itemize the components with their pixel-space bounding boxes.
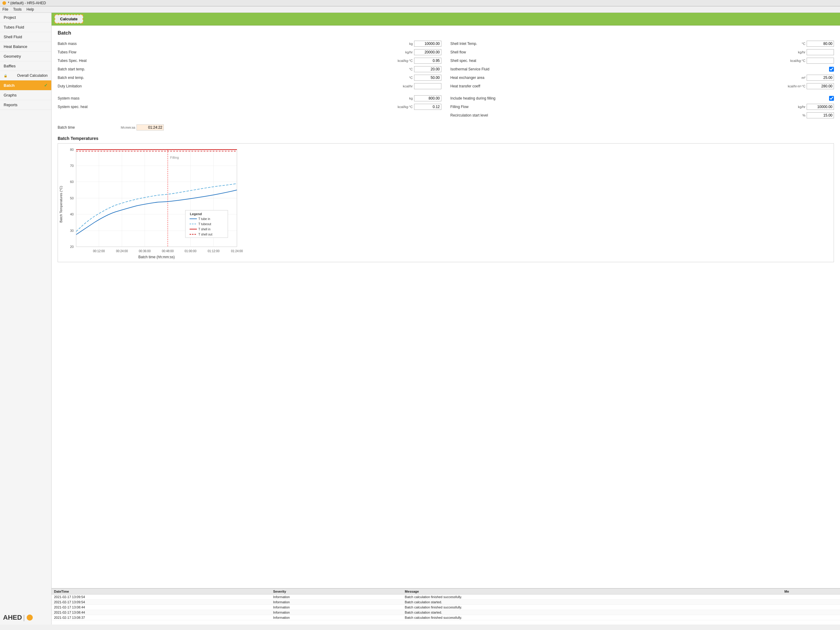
svg-text:40: 40: [70, 212, 74, 216]
tubes-spec-heat-label: Tubes Spec. Heat: [58, 59, 393, 63]
right-form-section: Shell Inlet Temp. °C Shell flow kg/hr Sh…: [450, 40, 834, 90]
system-mass-input[interactable]: [414, 95, 441, 101]
menu-file[interactable]: File: [2, 7, 8, 11]
heat-exchanger-area-input[interactable]: [807, 74, 834, 81]
system-spec-heat-label: System spec. heat: [58, 105, 393, 109]
shell-inlet-temp-unit: °C: [787, 42, 805, 46]
heat-exchanger-area-label: Heat exchanger area: [450, 76, 786, 80]
log-cell-me: [782, 610, 840, 615]
sidebar-item-graphs[interactable]: Graphs: [0, 90, 51, 100]
heat-transfer-coeff-row: Heat transfer coeff kcal/hr·m²·°C: [450, 82, 834, 90]
duty-limitation-row: Duty Limitation kcal/hr: [58, 82, 441, 90]
log-cell-me: [782, 600, 840, 605]
include-heating-checkbox[interactable]: [829, 96, 834, 101]
shell-inlet-temp-input[interactable]: [807, 41, 834, 47]
shell-spec-heat-unit: kcal/kg·°C: [787, 59, 805, 63]
batch-start-temp-input[interactable]: [414, 66, 441, 72]
log-row: 2021-02-17 13:08:37 Information Batch ca…: [52, 615, 840, 620]
include-heating-row: Include heating during filling: [450, 95, 834, 102]
logo-circle: [27, 614, 33, 621]
svg-text:80: 80: [70, 148, 74, 152]
batch-mass-input[interactable]: [414, 41, 441, 47]
svg-text:T shell in: T shell in: [198, 228, 210, 231]
log-cell-severity: Information: [271, 615, 402, 620]
shell-inlet-temp-label: Shell Inlet Temp.: [450, 41, 786, 46]
filling-section: Include heating during filling Filling F…: [450, 95, 834, 119]
recirculation-start-input[interactable]: [807, 112, 834, 118]
batch-time-input: [136, 124, 164, 130]
system-spec-heat-unit: kcal/kg·°C: [395, 105, 413, 109]
menu-tools[interactable]: Tools: [13, 7, 22, 11]
tubes-flow-row: Tubes Flow kg/hr: [58, 49, 441, 56]
log-cell-message: Batch calculation finished successfully.: [402, 595, 782, 600]
sidebar-item-shell-fluid[interactable]: Shell Fluid: [0, 32, 51, 42]
menu-help[interactable]: Help: [26, 7, 34, 11]
log-col-severity: Severity: [271, 589, 402, 595]
log-cell-message: Batch calculation started.: [402, 600, 782, 605]
system-section: System mass kg System spec. heat kcal/kg…: [58, 95, 441, 119]
batch-time-row: Batch time hh:mm:ss: [58, 124, 164, 131]
tubes-spec-heat-input[interactable]: [414, 58, 441, 64]
sidebar-item-batch[interactable]: Batch ✓: [0, 81, 51, 90]
duty-limitation-label: Duty Limitation: [58, 84, 393, 88]
tubes-flow-input[interactable]: [414, 49, 441, 55]
filling-flow-label: Filling Flow: [450, 105, 786, 109]
chart-title: Batch Temperatures: [58, 136, 834, 141]
log-cell-datetime: 2021-02-17 13:08:44: [52, 610, 271, 615]
log-cell-severity: Information: [271, 610, 402, 615]
shell-spec-heat-row: Shell spec. heat kcal/kg·°C: [450, 57, 834, 64]
svg-text:Batch time (hh:mm:ss): Batch time (hh:mm:ss): [138, 255, 175, 259]
log-cell-severity: Information: [271, 605, 402, 610]
logo-separator: |: [23, 614, 25, 622]
svg-text:Legend: Legend: [190, 212, 202, 216]
duty-limitation-input[interactable]: [414, 83, 441, 89]
log-row: 2021-02-17 13:08:44 Information Batch ca…: [52, 610, 840, 615]
system-spec-heat-input[interactable]: [414, 104, 441, 110]
heat-transfer-coeff-label: Heat transfer coeff: [450, 84, 777, 88]
svg-text:20: 20: [70, 245, 74, 249]
shell-spec-heat-input[interactable]: [807, 58, 834, 64]
batch-mass-unit: kg: [395, 42, 413, 46]
batch-mass-row: Batch mass kg: [58, 40, 441, 47]
batch-end-temp-input[interactable]: [414, 74, 441, 81]
sidebar-item-baffles[interactable]: Baffles: [0, 61, 51, 71]
isothermal-service-checkbox[interactable]: [829, 67, 834, 71]
page-title: Batch: [58, 30, 834, 36]
batch-end-temp-label: Batch end temp.: [58, 76, 393, 80]
sidebar-item-project[interactable]: Project: [0, 13, 51, 22]
sidebar-item-overall-calc[interactable]: Overall Calculation: [0, 71, 51, 81]
calculate-button[interactable]: Calculate: [55, 14, 83, 23]
filling-flow-input[interactable]: [807, 104, 834, 110]
tubes-spec-heat-row: Tubes Spec. Heat kcal/kg·°C: [58, 57, 441, 64]
heat-transfer-coeff-input[interactable]: [807, 83, 834, 89]
log-cell-me: [782, 605, 840, 610]
sidebar-item-reports[interactable]: Reports: [0, 100, 51, 110]
heat-exchanger-area-row: Heat exchanger area m²: [450, 74, 834, 81]
sidebar-item-heat-balance[interactable]: Heat Balance: [0, 42, 51, 52]
tubes-flow-label: Tubes Flow: [58, 50, 393, 54]
batch-time-label: Batch time: [58, 125, 116, 130]
window-icon: [2, 1, 6, 5]
shell-flow-unit: kg/hr: [787, 51, 805, 54]
svg-text:00:36:00: 00:36:00: [139, 249, 151, 253]
svg-text:01:00:00: 01:00:00: [185, 249, 197, 253]
batch-end-temp-unit: °C: [395, 76, 413, 79]
chart-container: Filling 80 70 60 50 40 30 20: [58, 143, 834, 262]
tubes-flow-unit: kg/hr: [395, 51, 413, 54]
log-cell-datetime: 2021-02-17 13:08:44: [52, 605, 271, 610]
svg-text:00:24:00: 00:24:00: [116, 249, 128, 253]
heat-exchanger-area-unit: m²: [787, 76, 805, 79]
sidebar-item-geometry[interactable]: Geometry: [0, 52, 51, 61]
shell-flow-input[interactable]: [807, 49, 834, 55]
svg-text:00:12:00: 00:12:00: [93, 249, 105, 253]
main-content: Calculate Batch Batch mass kg Tubes Flow…: [52, 13, 840, 625]
svg-text:Batch Temperatures (°C): Batch Temperatures (°C): [59, 186, 63, 223]
svg-text:T tube in: T tube in: [198, 217, 210, 221]
log-col-datetime: DateTime: [52, 589, 271, 595]
log-cell-message: Batch calculation finished successfully.: [402, 605, 782, 610]
content-area: Batch Batch mass kg Tubes Flow kg/hr: [52, 25, 840, 588]
log-row: 2021-02-17 13:08:44 Information Batch ca…: [52, 605, 840, 610]
recirculation-start-label: Recirculation start level: [450, 113, 786, 117]
sidebar-item-tubes-fluid[interactable]: Tubes Fluid: [0, 22, 51, 32]
recirculation-start-unit: %: [787, 114, 805, 117]
